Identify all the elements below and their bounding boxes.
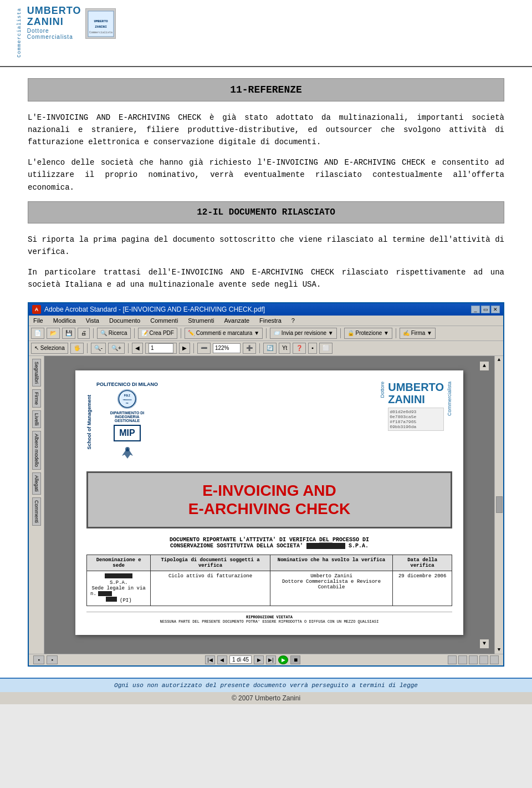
page-navigation: |◀ ◀ 1 di 45 ▶ ▶| ▶ ⏹ [205, 655, 300, 664]
acrobat-title-text: Adobe Acrobat Standard - [E-INVOICING AN… [44, 306, 265, 313]
toolbar-zoom-minus[interactable]: ➖ [197, 343, 211, 354]
toolbar-tools-extra[interactable]: Yt [279, 343, 290, 354]
section12-para1: Si riporta la prima pagina del documento… [28, 233, 504, 258]
toolbar-search[interactable]: 🔍 Ricerca [97, 328, 131, 339]
toolbar-save[interactable]: 💾 [62, 328, 75, 339]
section11-header: 11-REFERENZE [28, 78, 504, 101]
toolbar-hand[interactable]: 🖐 [70, 343, 84, 354]
menu-avanzate[interactable]: Avanzate [222, 317, 252, 324]
menu-vista[interactable]: Vista [84, 317, 101, 324]
bottom-btn-1[interactable]: ▪ [33, 655, 44, 664]
toolbar-sep2 [134, 328, 135, 338]
scroll-down-btn[interactable]: ▼ [498, 647, 500, 653]
scroll-down-arrow[interactable]: ▼ [480, 639, 489, 648]
dept-name: DIPARTIMENTO DI INGEGNERIA GESTIONALE [108, 411, 147, 423]
minimize-button[interactable]: _ [471, 306, 480, 313]
toolbar-extra1[interactable]: ▪ [308, 343, 317, 354]
menu-file[interactable]: File [31, 317, 45, 324]
section12-header: 12-IL DOCUMENTO RILASCIATO [28, 201, 504, 223]
toolbar-zoom-in[interactable]: 🔍+ [108, 343, 125, 354]
university-name: POLITECNICO DI MILANO [96, 382, 158, 387]
pdf-page: School of Management POLITECNICO DI MILA… [75, 370, 463, 635]
vertical-scrollbar[interactable]: ▲ ▼ [494, 356, 503, 654]
toolbar-page-num[interactable] [145, 343, 177, 354]
zoom-input[interactable] [213, 343, 241, 353]
zanini-name-line1: UMBERTO [388, 382, 444, 393]
bottom-right-btn1[interactable] [448, 655, 457, 664]
acrobat-menu-bar: File Modifica Vista Documento Commenti S… [29, 316, 503, 326]
sidebar-tab-livelli[interactable]: Livelli [32, 410, 41, 429]
toolbar-next-page[interactable]: ▶ [179, 343, 190, 354]
dottore-vertical: Dottore [380, 382, 385, 398]
menu-commenti[interactable]: Commenti [148, 317, 180, 324]
sidebar-tab-segnalibri[interactable]: Segnalibri [32, 359, 41, 387]
pdf-right-logo: Dottore UMBERTO ZANINI d01d2e6d93 0e7803… [380, 382, 452, 431]
toolbar-extra2[interactable]: ⬜ [319, 343, 332, 354]
toolbar-invia-revisione[interactable]: 📨 Invia per revisione ▼ [270, 328, 337, 339]
menu-help[interactable]: ? [289, 317, 297, 324]
toolbar-firma[interactable]: ✍ Firma ▼ [400, 328, 436, 339]
bottom-right-btn2[interactable] [458, 655, 467, 664]
sidebar-tab-commenti[interactable]: Commenti [32, 497, 41, 526]
table-cell-nominativo: Umberto Zanini Dottore Commercialista e … [270, 571, 393, 606]
bottom-btn-2[interactable]: ▪ [47, 655, 58, 664]
bottom-right-controls [448, 655, 499, 664]
acrobat-win-controls[interactable]: _ ▭ ✕ [471, 306, 500, 313]
svg-text:UMBERTO: UMBERTO [94, 19, 108, 23]
svg-text:ZANINI: ZANINI [95, 25, 107, 29]
svg-text:Commercialista: Commercialista [89, 31, 112, 34]
logo-subtitle: Commercialista [27, 34, 81, 40]
toolbar-print[interactable]: 🖨 [78, 328, 90, 339]
logo-title: Dottore [27, 28, 81, 34]
stop-btn[interactable]: ⏹ [290, 655, 300, 664]
toolbar-new[interactable]: 📄 [31, 328, 44, 339]
toolbar-sep3 [181, 328, 181, 338]
zanini-right-text: Dottore [380, 382, 385, 398]
menu-strumenti[interactable]: Strumenti [186, 317, 216, 324]
scroll-thumb[interactable] [496, 496, 503, 513]
bottom-right-btn3[interactable] [469, 655, 478, 664]
page-number-input[interactable] [149, 343, 173, 353]
toolbar-zoom-out[interactable]: 🔍- [91, 343, 106, 354]
section11-para1: L'E-INVOICING AND E-ARCHIVING CHECK è gi… [28, 111, 504, 149]
toolbar-protezione[interactable]: 🔒 Protezione ▼ [344, 328, 392, 339]
menu-documento[interactable]: Documento [107, 317, 142, 324]
toolbar-crea-pdf[interactable]: 📝 Crea PDF [138, 328, 177, 339]
toolbar-prev-page[interactable]: ◀ [132, 343, 143, 354]
logo-main: UMBERTO ZANINI Dottore Commercialista [27, 6, 81, 40]
toolbar-zoom-plus[interactable]: ➕ [243, 343, 256, 354]
first-page-btn[interactable]: |◀ [205, 655, 215, 664]
mip-logo: MIP [114, 425, 140, 441]
acrobat-bottom-bar: ▪ ▪ |◀ ◀ 1 di 45 ▶ ▶| ▶ ⏹ [29, 654, 503, 665]
next-page-btn[interactable]: ▶ [254, 655, 264, 664]
toolbar-help-btn[interactable]: ❓ [293, 343, 306, 354]
table-cell-doc-type: Ciclo attivo di fatturazione [151, 571, 270, 606]
svg-text:MI: MI [126, 402, 129, 404]
toolbar-commenti-marcatura[interactable]: ✏️ Commenti e marcatura ▼ [185, 328, 263, 339]
toolbar-rotate[interactable]: 🔄 [263, 343, 277, 354]
toolbar-sep4 [266, 328, 267, 338]
restore-button[interactable]: ▭ [481, 306, 490, 313]
close-button[interactable]: ✕ [491, 306, 500, 313]
toolbar-select[interactable]: ↖ Seleziona [31, 343, 68, 354]
scroll-up-btn[interactable]: ▲ [498, 357, 500, 363]
play-btn[interactable]: ▶ [278, 655, 288, 664]
scroll-up-arrow[interactable]: ▲ [480, 362, 489, 370]
menu-modifica[interactable]: Modifica [51, 317, 78, 324]
menu-finestra[interactable]: Finestra [257, 317, 284, 324]
toolbar-sep6 [396, 328, 396, 338]
toolbar-open[interactable]: 📂 [47, 328, 60, 339]
sidebar-tab-allegati[interactable]: Allegati [32, 472, 41, 495]
bottom-left-controls: ▪ ▪ [33, 655, 58, 664]
einvoicing-title-line1: E-INVOICING AND [94, 481, 445, 500]
bottom-right-btn5[interactable] [490, 655, 499, 664]
logo-name-line1: UMBERTO [27, 6, 81, 17]
prev-page-btn[interactable]: ◀ [217, 655, 227, 664]
sidebar-tab-firme[interactable]: Firme [32, 389, 41, 408]
commercialista-vertical: Commercialista [447, 382, 452, 416]
university-block: POLITECNICO DI MILANO POLI TECNICO MI [96, 382, 158, 463]
bottom-right-btn4[interactable] [479, 655, 488, 664]
last-page-btn[interactable]: ▶| [266, 655, 276, 664]
acrobat-app-icon: A [32, 305, 41, 314]
sidebar-tab-albero[interactable]: Albero modello [32, 431, 41, 470]
